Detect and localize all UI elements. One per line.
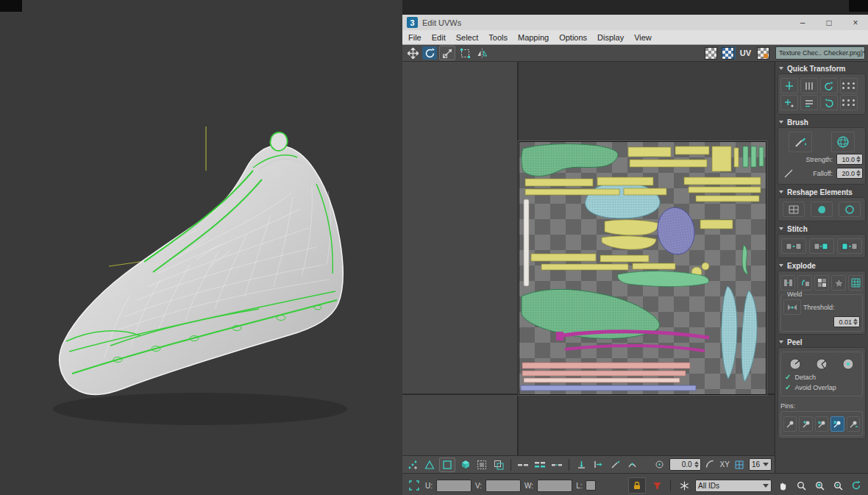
qt-move-snap-icon[interactable] — [780, 95, 798, 110]
u-input[interactable] — [436, 480, 472, 492]
viewport-3d[interactable] — [0, 0, 402, 495]
minimize-button[interactable]: – — [797, 18, 808, 28]
edge-mode-icon[interactable] — [439, 457, 455, 472]
detach-checkbox[interactable]: ✓ Detach — [785, 373, 858, 381]
quick-peel-icon[interactable] — [787, 357, 803, 371]
qt-move-icon[interactable] — [780, 78, 798, 93]
menu-edit[interactable]: Edit — [432, 33, 446, 42]
relax-tool-icon[interactable] — [625, 458, 639, 471]
lock-selection-icon[interactable] — [628, 477, 646, 494]
explode-smoothing-icon[interactable] — [831, 275, 846, 291]
pan-hand-icon[interactable] — [775, 479, 790, 492]
soft-selection-icon[interactable] — [405, 458, 420, 471]
pin-remove-icon[interactable] — [815, 416, 828, 432]
absolute-offset-toggle-icon[interactable] — [407, 479, 421, 492]
mirror-icon[interactable] — [474, 46, 489, 60]
align-vertical-icon[interactable] — [574, 458, 588, 471]
brush-sphere-icon[interactable] — [831, 132, 855, 152]
show-map-icon[interactable] — [704, 46, 719, 60]
material-id-select[interactable]: All IDs — [695, 480, 772, 492]
zoom-selected-icon[interactable] — [849, 479, 864, 492]
titlebar[interactable]: 3 Edit UVWs – □ × — [402, 15, 868, 30]
stitch-target-icon[interactable] — [837, 238, 862, 254]
align-horizontal-icon[interactable] — [591, 458, 605, 471]
menu-tools[interactable]: Tools — [488, 33, 508, 42]
rollout-reshape-elements[interactable]: Reshape Elements — [778, 187, 866, 197]
freeform-mode-icon[interactable] — [458, 46, 472, 60]
qt-distribute-icon[interactable] — [840, 95, 858, 110]
checker-pattern-icon[interactable] — [721, 46, 736, 60]
circularize-icon[interactable] — [839, 202, 861, 217]
threshold-spinner[interactable]: 0.01 — [833, 316, 860, 327]
filter-material-icon[interactable] — [650, 479, 664, 492]
vertex-mode-icon[interactable] — [422, 458, 437, 471]
peel-mode-icon[interactable] — [814, 357, 830, 371]
arc-snap-icon[interactable] — [703, 458, 718, 471]
menu-view[interactable]: View — [634, 33, 652, 42]
select-overlap-icon[interactable] — [491, 458, 506, 471]
pin-mirror-icon[interactable] — [847, 416, 860, 432]
paint-select-icon[interactable] — [608, 458, 622, 471]
grid-size-select[interactable]: 16 — [749, 458, 772, 471]
rollout-explode[interactable]: Explode — [778, 260, 866, 271]
relax-element-icon[interactable] — [811, 202, 833, 217]
pin-selected-icon[interactable] — [830, 416, 844, 432]
falloff-spinner[interactable]: 20.0 — [836, 168, 863, 179]
stitch-source-icon[interactable] — [809, 238, 834, 254]
rollout-stitch[interactable]: Stitch — [778, 224, 866, 234]
grow-loop-icon[interactable] — [549, 458, 564, 471]
select-element-icon[interactable] — [474, 458, 489, 471]
qt-align-grid-icon[interactable] — [840, 78, 858, 93]
strength-spinner[interactable]: 10.0 — [836, 154, 863, 165]
edge-ring-icon[interactable] — [533, 458, 547, 471]
close-button[interactable]: × — [850, 18, 861, 28]
rotate-gizmo-icon[interactable] — [652, 458, 667, 471]
scale-tool-icon[interactable] — [439, 46, 455, 60]
edit-uvws-window: 3 Edit UVWs – □ × File Edit Select Tools… — [402, 0, 868, 495]
pin-move-icon[interactable] — [783, 416, 797, 432]
menu-display[interactable]: Display — [597, 33, 624, 42]
break-icon[interactable] — [780, 275, 795, 291]
move-tool-icon[interactable] — [405, 46, 420, 60]
face-mode-icon[interactable] — [458, 458, 472, 471]
rollout-quick-transform[interactable]: Quick Transform — [778, 63, 866, 74]
zoom-icon[interactable] — [794, 479, 808, 492]
qt-rotate-cw-icon[interactable] — [820, 95, 838, 110]
paint-brush-icon[interactable] — [789, 132, 812, 152]
menu-file[interactable]: File — [408, 33, 421, 42]
menu-select[interactable]: Select — [456, 33, 479, 42]
qt-align-bars-icon[interactable] — [800, 78, 818, 93]
avoid-overlap-checkbox[interactable]: ✓ Avoid Overlap — [785, 383, 858, 391]
grid-snap-icon[interactable] — [732, 458, 747, 471]
w-input[interactable] — [537, 480, 572, 492]
rotate-tool-icon[interactable] — [422, 46, 437, 60]
uv-texture-tile[interactable] — [519, 141, 766, 395]
rollout-brush[interactable]: Brush — [778, 117, 866, 127]
stitch-custom-icon[interactable] — [781, 238, 806, 254]
explode-face-icon[interactable] — [814, 275, 829, 291]
flatten-mapping-icon[interactable] — [848, 275, 863, 291]
straighten-icon[interactable] — [783, 202, 805, 217]
menu-options[interactable]: Options — [559, 33, 587, 42]
edge-loop-icon[interactable] — [516, 458, 530, 471]
maximize-button[interactable]: □ — [824, 18, 834, 28]
lock-aspect-checkbox[interactable] — [586, 480, 596, 491]
pin-add-icon[interactable] — [799, 416, 812, 432]
zoom-region-icon[interactable] — [812, 479, 827, 492]
pelt-map-icon[interactable] — [840, 357, 856, 371]
explode-element-icon[interactable] — [797, 275, 812, 291]
qt-rotate-ccw-icon[interactable] — [820, 78, 838, 93]
v-input[interactable] — [485, 480, 521, 492]
threshold-value: 0.01 — [836, 318, 852, 326]
angle-spinner[interactable]: 0.0 — [669, 458, 701, 471]
shoe-model — [0, 0, 402, 495]
weld-icon[interactable] — [783, 299, 801, 315]
uv-editor-canvas[interactable] — [402, 62, 775, 455]
freeze-icon[interactable] — [677, 479, 691, 492]
menu-mapping[interactable]: Mapping — [518, 33, 549, 42]
qt-align-h-icon[interactable] — [800, 95, 818, 110]
texture-checker-icon[interactable] — [755, 46, 770, 60]
texture-dropdown[interactable]: Texture Chec.. Checker.png) — [775, 46, 865, 60]
rollout-peel[interactable]: Peel — [778, 337, 866, 347]
zoom-extents-icon[interactable] — [830, 479, 845, 492]
